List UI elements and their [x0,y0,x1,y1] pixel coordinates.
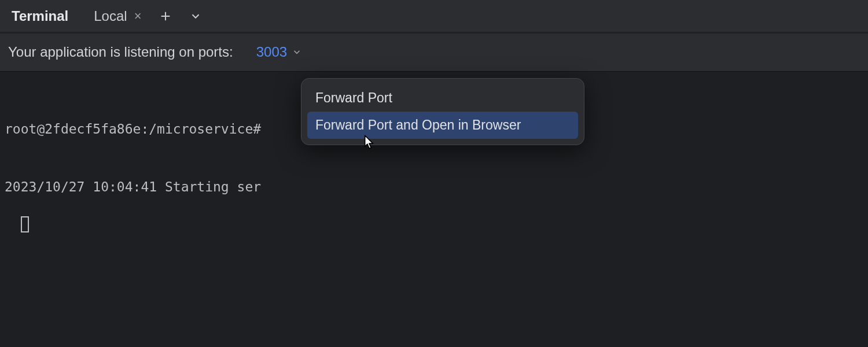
plus-icon [159,10,172,23]
terminal-tab-bar: Terminal Local × [0,0,868,32]
chevron-down-icon [189,10,202,23]
terminal-line: 2023/10/27 10:04:41 Starting ser [5,178,863,197]
port-dropdown[interactable]: 3003 [256,44,302,60]
tab-local[interactable]: Local × [89,0,146,32]
chevron-down-icon [292,47,302,57]
tab-more-button[interactable] [185,6,206,27]
tab-label: Local [94,8,127,24]
menu-item-forward-port-open-browser[interactable]: Forward Port and Open in Browser [307,112,578,139]
port-number: 3003 [256,44,287,60]
port-actions-menu: Forward Port Forward Port and Open in Br… [301,78,584,145]
port-forward-bar: Your application is listening on ports: … [0,32,868,71]
panel-title: Terminal [12,8,68,24]
terminal-cursor [21,216,29,232]
close-icon[interactable]: × [134,10,142,23]
menu-item-forward-port[interactable]: Forward Port [307,84,578,112]
add-tab-button[interactable] [155,6,176,27]
port-message: Your application is listening on ports: [8,44,233,60]
